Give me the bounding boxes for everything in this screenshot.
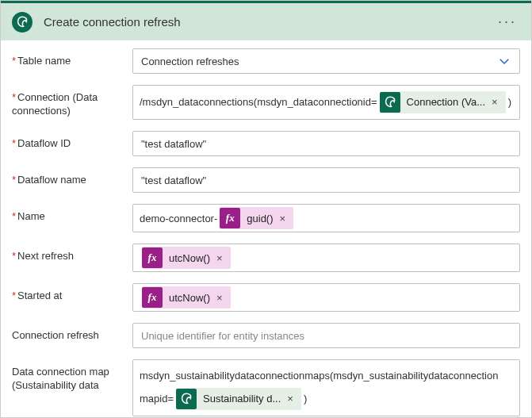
utcnow-expression-chip[interactable]: fx utcNow() × [142, 247, 231, 269]
label-connection-refresh: Connection refresh [12, 323, 132, 343]
label-dataflow-id: *Dataflow ID [12, 131, 132, 151]
connection-expression-input[interactable]: /msdyn_dataconnections(msdyn_dataconnect… [132, 85, 520, 120]
row-started-at: *Started at fx utcNow() × [12, 283, 520, 312]
dialog-title: Create connection refresh [44, 15, 495, 29]
label-started-at: *Started at [12, 283, 132, 303]
dialog-header: Create connection refresh ··· [1, 1, 531, 40]
label-name: *Name [12, 204, 132, 224]
row-table-name: *Table name Connection refreshes [12, 48, 520, 74]
fx-icon: fx [142, 247, 163, 268]
chevron-down-icon [497, 54, 511, 68]
table-name-select[interactable]: Connection refreshes [132, 48, 520, 74]
sustainability-token-chip[interactable]: Sustainability d... × [176, 388, 301, 410]
fx-icon: fx [142, 287, 163, 308]
row-dataflow-id: *Dataflow ID "test dataflow" [12, 131, 520, 156]
row-dataflow-name: *Dataflow name "test dataflow" [12, 167, 520, 193]
dataflow-name-input[interactable]: "test dataflow" [132, 167, 520, 193]
remove-chip-icon[interactable]: × [213, 252, 226, 264]
fx-icon: fx [220, 208, 240, 228]
app-logo-icon [12, 12, 33, 33]
label-data-connection-map: Data connection map (Sustainability data [12, 359, 132, 393]
remove-chip-icon[interactable]: × [277, 213, 289, 224]
next-refresh-input[interactable]: fx utcNow() × [132, 244, 520, 272]
row-name: *Name demo-connector- fx guid() × [12, 204, 520, 232]
name-input[interactable]: demo-connector- fx guid() × [132, 204, 520, 232]
utcnow-expression-chip[interactable]: fx utcNow() × [142, 286, 231, 309]
row-data-connection-map: Data connection map (Sustainability data… [12, 359, 520, 416]
connection-token-chip[interactable]: Connection (Va... × [380, 91, 506, 113]
row-next-refresh: *Next refresh fx utcNow() × [12, 244, 520, 272]
label-next-refresh: *Next refresh [12, 244, 132, 263]
label-table-name: *Table name [12, 48, 132, 68]
connection-refresh-input[interactable]: Unique identifier for entity instances [132, 323, 520, 348]
dataflow-id-input[interactable]: "test dataflow" [132, 131, 520, 156]
more-menu-button[interactable]: ··· [495, 10, 520, 33]
data-connection-map-input[interactable]: msdyn_sustainabilitydataconnectionmaps(m… [132, 359, 520, 416]
remove-chip-icon[interactable]: × [213, 292, 226, 304]
row-connection-refresh: Connection refresh Unique identifier for… [12, 323, 520, 348]
label-connection: *Connection (Data connections) [12, 85, 132, 118]
remove-chip-icon[interactable]: × [488, 91, 501, 113]
guid-expression-chip[interactable]: fx guid() × [220, 207, 293, 229]
table-name-value: Connection refreshes [141, 56, 239, 67]
connection-icon [380, 92, 400, 113]
remove-chip-icon[interactable]: × [284, 388, 297, 410]
connection-icon [176, 389, 197, 409]
form-body: *Table name Connection refreshes *Connec… [1, 40, 531, 418]
label-dataflow-name: *Dataflow name [12, 167, 132, 187]
row-connection: *Connection (Data connections) /msdyn_da… [12, 85, 520, 120]
started-at-input[interactable]: fx utcNow() × [132, 283, 520, 312]
